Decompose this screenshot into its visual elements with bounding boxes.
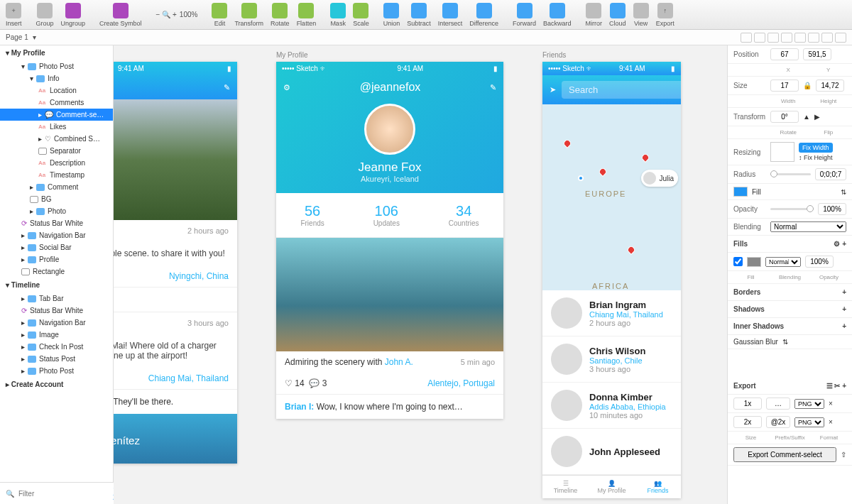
input-radius[interactable] <box>815 168 846 180</box>
align-bottom-icon[interactable] <box>808 33 819 43</box>
resizing-preview[interactable] <box>770 142 794 162</box>
artboard-my-profile[interactable]: ••••• Sketch ᯤ9:41 AM▮ ⚙@jeannefox✎ Jean… <box>276 62 503 419</box>
layer-timestamp[interactable]: AaTimestamp <box>0 169 113 181</box>
layer-comments[interactable]: AaComments <box>0 97 113 109</box>
export-size-1[interactable] <box>733 398 762 410</box>
add-icon[interactable]: + <box>842 382 846 390</box>
layer-group-my-profile[interactable]: ▾ My Profile <box>0 45 113 60</box>
post-location[interactable]: Nyingchi, China <box>169 271 229 281</box>
gear-icon[interactable]: ⚙ <box>283 83 290 92</box>
locate-icon[interactable]: ➤ <box>550 85 556 94</box>
chevron-icon[interactable]: ⇅ <box>782 338 788 346</box>
input-width[interactable] <box>770 80 799 92</box>
layer-navbar[interactable]: ▸ Navigation Bar <box>0 229 113 241</box>
compose-icon[interactable]: ✎ <box>490 83 496 92</box>
transform-tool[interactable]: Transform <box>234 3 263 27</box>
layer-bg[interactable]: BG <box>0 193 113 205</box>
list-icon[interactable]: ☰ <box>826 382 833 390</box>
export-suffix-2[interactable] <box>766 416 790 428</box>
layer-statusbar[interactable]: ⟳Status Bar White <box>0 217 113 229</box>
ungroup-tool[interactable]: Ungroup <box>61 3 86 27</box>
layer-checkin[interactable]: ▸ Check In Post <box>0 341 113 353</box>
cloud-tool[interactable]: Cloud <box>609 3 626 27</box>
fill-dropdown-icon[interactable]: ⇅ <box>841 188 846 196</box>
input-x[interactable] <box>770 48 799 60</box>
insert-tool[interactable]: +Insert <box>6 3 22 27</box>
layer-statuspost[interactable]: ▸ Status Post <box>0 353 113 365</box>
export-suffix-1[interactable] <box>766 398 790 410</box>
create-symbol-tool[interactable]: Create Symbol <box>99 3 142 27</box>
rotate-tool[interactable]: Rotate <box>271 3 290 27</box>
layer-photo-post[interactable]: ▾ Photo Post <box>0 60 113 72</box>
artboard-label[interactable]: My Profile <box>276 51 503 59</box>
layer-photo[interactable]: ▸ Photo <box>0 205 113 217</box>
fix-height-button[interactable]: ↕ Fix Height <box>799 154 833 161</box>
layer-statusbar2[interactable]: ⟳Status Bar White <box>0 305 113 317</box>
intersect-tool[interactable]: Intersect <box>438 3 463 27</box>
friend-row[interactable]: Donna KimberAddis Ababa, Ethiopia10 minu… <box>542 383 681 429</box>
layer-group-create-account[interactable]: ▸ Create Account <box>0 377 113 392</box>
add-icon[interactable]: + <box>842 305 846 313</box>
layer-combined[interactable]: ▸ ♡Combined S… <box>0 133 113 145</box>
remove-icon[interactable]: × <box>829 400 833 407</box>
friend-row[interactable]: John Appleseed <box>542 429 681 475</box>
knife-icon[interactable]: ✂ <box>834 382 840 390</box>
export-size-2[interactable] <box>733 416 762 428</box>
artboard-label[interactable]: Friends <box>542 51 681 59</box>
layer-separator[interactable]: Separator <box>0 145 113 157</box>
fill-swatch[interactable] <box>747 257 761 267</box>
tab-profile[interactable]: 👤My Profile <box>589 476 635 498</box>
post-location[interactable]: Alentejo, Portugal <box>427 378 495 388</box>
align-center-icon[interactable] <box>754 33 765 43</box>
opacity-slider[interactable] <box>770 208 814 210</box>
layer-rectangle[interactable]: Rectangle <box>0 265 113 278</box>
tab-timeline[interactable]: ☰Timeline <box>542 476 589 498</box>
flip-v-icon[interactable]: ▶ <box>814 113 820 121</box>
canvas[interactable]: •••• ᯤ9:41 AM▮ TravelMate✎ ode2 hours ag… <box>114 45 727 504</box>
export-button[interactable]: Export Comment-select <box>733 447 836 462</box>
fill-blend-select[interactable]: Normal <box>765 257 801 267</box>
tab-friends[interactable]: 👥Friends <box>635 476 681 498</box>
group-tool[interactable]: Group <box>36 3 54 27</box>
layer-tabbar[interactable]: ▸ Tab Bar <box>0 292 113 305</box>
difference-tool[interactable]: Difference <box>469 3 498 27</box>
lock-icon[interactable]: 🔒 <box>803 82 812 89</box>
layer-comment[interactable]: ▸ Comment <box>0 181 113 193</box>
input-rotation[interactable] <box>770 111 799 123</box>
fix-width-button[interactable]: Fix Width <box>799 143 833 153</box>
export-format-2[interactable]: PNG <box>794 417 824 427</box>
map[interactable]: EUROPE AFRICA Julia <box>542 104 681 290</box>
align-middle-icon[interactable] <box>794 33 806 43</box>
gaussian-blur-label[interactable]: Gaussian Blur <box>733 338 778 346</box>
fill-opacity-input[interactable] <box>805 256 834 268</box>
add-icon[interactable]: + <box>842 288 846 296</box>
flip-h-icon[interactable]: ▲ <box>803 113 810 121</box>
view-tool[interactable]: View <box>633 3 649 27</box>
align-left-icon[interactable] <box>741 33 752 43</box>
input-height[interactable] <box>816 80 844 92</box>
gear-icon[interactable]: ⚙ <box>834 240 840 248</box>
friend-row[interactable]: Brian IngramChiang Mai, Thailand2 hours … <box>542 290 681 336</box>
page-selector[interactable]: Page 1 <box>6 33 28 41</box>
add-icon[interactable]: + <box>842 240 846 248</box>
layer-comment-select[interactable]: ▸ 💬Comment-se… <box>0 109 113 121</box>
mirror-tool[interactable]: Mirror <box>586 3 603 27</box>
layer-location[interactable]: AaLocation <box>0 84 113 97</box>
backward-tool[interactable]: Backward <box>543 3 572 27</box>
layer-info[interactable]: ▾ Info <box>0 72 113 84</box>
map-pin[interactable] <box>562 138 572 148</box>
input-opacity[interactable] <box>818 203 846 215</box>
fill-swatch[interactable] <box>733 187 748 197</box>
union-tool[interactable]: Union <box>383 3 400 27</box>
select-blending[interactable]: Normal <box>770 221 846 232</box>
mask-tool[interactable]: Mask <box>330 3 346 27</box>
subtract-tool[interactable]: Subtract <box>407 3 431 27</box>
layer-likes[interactable]: AaLikes <box>0 121 113 133</box>
forward-tool[interactable]: Forward <box>513 3 536 27</box>
stat-updates[interactable]: 106Updates <box>373 203 400 227</box>
fill-enabled-checkbox[interactable] <box>733 257 743 266</box>
compose-icon[interactable]: ✎ <box>224 83 230 92</box>
layer-filter-input[interactable] <box>18 490 109 498</box>
align-top-icon[interactable] <box>781 33 792 43</box>
layer-description[interactable]: AaDescription <box>0 157 113 169</box>
